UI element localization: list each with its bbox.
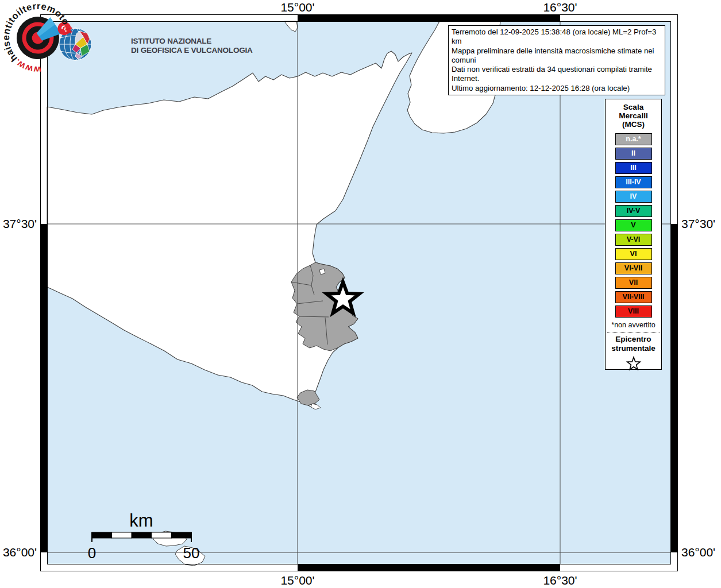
- legend-swatch-iv-v: IV-V: [615, 205, 652, 217]
- scale-bar-unit: km: [129, 510, 153, 531]
- scale-bar-start: 0: [88, 544, 96, 562]
- legend-title-line1: Scala: [606, 103, 661, 111]
- legend-swatch-iii-iv: III-IV: [615, 176, 652, 188]
- legend-swatch-ii: II: [615, 148, 652, 160]
- legend-footnote: *non avvertito: [606, 321, 661, 329]
- earthquake-info-box: Terremoto del 12-09-2025 15:38:48 (ora l…: [448, 25, 665, 95]
- macroseismic-map-canvas: km 0 50: [0, 0, 721, 588]
- info-line-map-type: Mappa preliminare delle intensità macros…: [452, 47, 662, 65]
- tick-lon-east-bottom: 16°30': [543, 574, 577, 587]
- legend-swatch-vi-vii: VI-VII: [615, 262, 652, 274]
- legend-star-icon: [625, 355, 642, 373]
- legend-swatch-vi: VI: [615, 248, 652, 260]
- tick-lat-north-left: 37°30': [0, 218, 37, 230]
- ingv-name-line2: DI GEOFISICA E VULCANOLOGIA: [131, 46, 253, 55]
- tick-lat-south-right: 36°00': [681, 546, 715, 559]
- legend-swatch-v-vi: V-VI: [615, 234, 652, 246]
- legend-swatch-na: n.a.*: [615, 133, 652, 145]
- tick-lon-west-top: 15°00': [280, 1, 314, 14]
- legend-swatch-vii-viii: VII-VIII: [615, 291, 652, 303]
- legend-epicenter-line2: strumentale: [606, 344, 661, 353]
- tick-lat-south-left: 36°00': [0, 546, 37, 559]
- legend-swatch-viii: VIII: [615, 305, 652, 318]
- info-line-updated: Ultimo aggiornamento: 12-12-2025 16:28 (…: [452, 84, 662, 93]
- scale-bar-end: 50: [183, 544, 200, 562]
- ingv-name-line1: ISTITUTO NAZIONALE: [131, 37, 253, 46]
- tick-lon-east-top: 16°30': [543, 1, 577, 14]
- legend-title-line2: Mercalli: [606, 111, 661, 120]
- legend-title: Scala Mercalli (MCS): [606, 103, 661, 129]
- legend-title-line3: (MCS): [606, 120, 661, 129]
- info-line-event: Terremoto del 12-09-2025 15:38:48 (ora l…: [452, 28, 662, 47]
- tick-lon-west-bottom: 15°00': [280, 574, 314, 587]
- legend-epicenter-label: Epicentro strumentale: [606, 335, 661, 353]
- municipality-enclave: [319, 269, 325, 274]
- legend-swatch-iii: III: [615, 162, 652, 174]
- legend-swatch-v: V: [615, 219, 652, 231]
- watermark-logo: ? www.haisentitoilterremoto.it: [0, 0, 76, 76]
- legend-swatch-iv: IV: [615, 191, 652, 203]
- ingv-institute-name: ISTITUTO NAZIONALE DI GEOFISICA E VULCAN…: [131, 37, 253, 55]
- info-line-questionnaires: Dati non verificati estratti da 34 quest…: [452, 65, 662, 84]
- legend-swatch-vii: VII: [615, 277, 652, 289]
- tick-lat-north-right: 37°30': [681, 218, 715, 230]
- mercalli-legend: Scala Mercalli (MCS) n.a.* II III III-IV…: [605, 99, 662, 370]
- legend-epicenter-line1: Epicentro: [606, 335, 661, 344]
- legend-separator: [607, 332, 660, 332]
